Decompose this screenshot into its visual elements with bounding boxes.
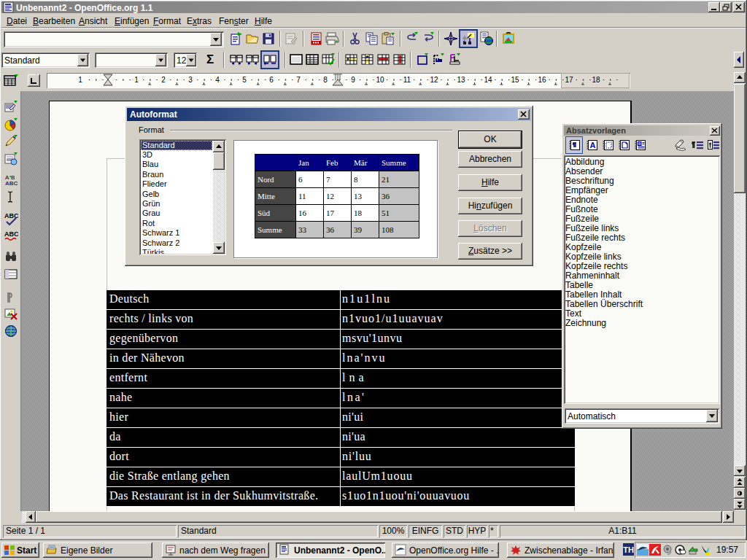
svg-text:16: 16 [538, 76, 546, 84]
svg-text:18: 18 [592, 76, 600, 84]
svg-text:7: 7 [296, 76, 301, 84]
svg-text:2: 2 [161, 76, 166, 84]
svg-text:5: 5 [242, 76, 247, 84]
svg-text:4: 4 [215, 76, 220, 84]
svg-text:13: 13 [457, 76, 465, 84]
svg-text:11: 11 [403, 76, 411, 84]
svg-text:1: 1 [78, 76, 82, 84]
svg-text:9: 9 [351, 76, 355, 84]
svg-text:8: 8 [323, 76, 328, 84]
svg-text:12: 12 [430, 76, 438, 84]
svg-text:ABC: ABC [5, 180, 18, 187]
svg-text:10: 10 [376, 76, 384, 84]
svg-text:A: A [590, 141, 596, 149]
svg-text:14: 14 [484, 76, 492, 84]
svg-text:ABC: ABC [4, 230, 18, 238]
svg-text:3: 3 [188, 76, 193, 84]
svg-text:6: 6 [269, 76, 274, 84]
svg-text:1: 1 [134, 76, 139, 84]
svg-text:17: 17 [565, 76, 573, 84]
svg-text:15: 15 [511, 76, 519, 84]
